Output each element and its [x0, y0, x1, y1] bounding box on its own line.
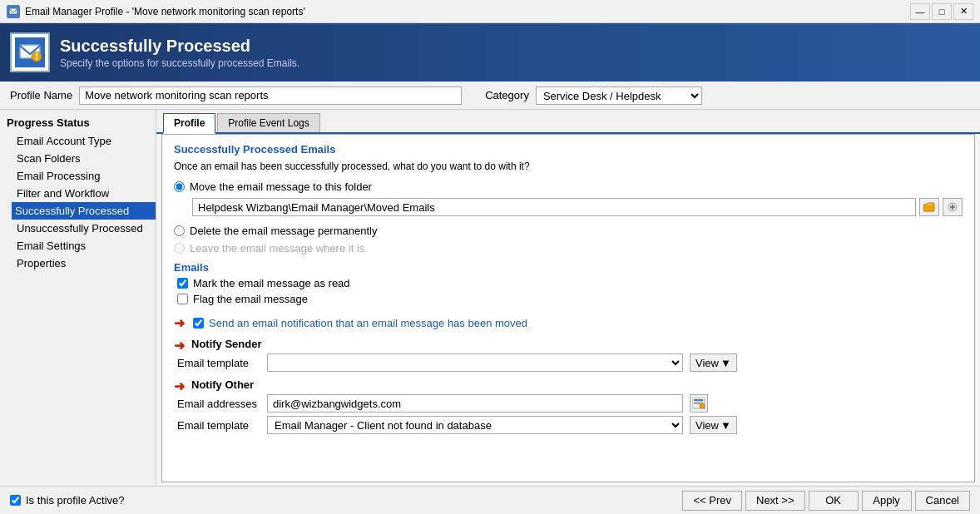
sidebar-item-unsuccessfully-processed[interactable]: Unsuccessfully Processed [0, 220, 156, 237]
svg-rect-0 [9, 8, 17, 14]
checkbox-mark-read-row: Mark the email message as read [177, 277, 963, 289]
footer-left: Is this profile Active? [10, 494, 125, 507]
radio-delete[interactable] [174, 225, 185, 236]
sidebar-label: Email Account Type [17, 135, 111, 147]
tab-profile-event-logs[interactable]: Profile Event Logs [217, 113, 319, 132]
sidebar-item-email-processing[interactable]: Email Processing [0, 167, 156, 185]
email-addresses-lookup-button[interactable] [690, 394, 708, 413]
category-select[interactable]: Service Desk / Helpdesk [536, 86, 702, 105]
prev-button[interactable]: << Prev [682, 491, 742, 511]
notify-arrow-icon: ➜ [174, 315, 185, 331]
category-label: Category [485, 89, 529, 101]
notify-other-addresses-row: Email addresses [177, 394, 963, 413]
radio-move[interactable] [174, 181, 185, 192]
folder-row [192, 198, 963, 216]
folder-path-input[interactable] [192, 198, 916, 216]
header-icon: ! [15, 37, 45, 67]
notify-other-section: ➜ Notify Other Email addresses Email tem… [174, 378, 963, 434]
notify-sender-template-select[interactable] [267, 353, 683, 372]
email-addresses-input[interactable] [267, 394, 683, 413]
checkbox-flag-label: Flag the email message [193, 293, 308, 305]
close-button[interactable]: ✕ [953, 3, 973, 20]
notify-sender-view-button[interactable]: View ▼ [690, 353, 737, 372]
footer-right: << Prev Next >> OK Apply Cancel [682, 491, 970, 511]
content-area: Profile Profile Event Logs Successfully … [156, 110, 980, 486]
folder-browse-button[interactable] [919, 198, 939, 216]
header-title: Successfully Processed [60, 37, 299, 56]
tabs-row: Profile Profile Event Logs [156, 110, 980, 134]
checkbox-send-notification-label: Send an email notification that an email… [209, 317, 527, 329]
active-profile-checkbox[interactable] [10, 495, 21, 506]
section-title-successfully-processed: Successfully Processed Emails [174, 143, 963, 156]
radio-delete-row: Delete the email message permanently [174, 225, 963, 237]
sidebar-label: Filter and Workflow [17, 187, 109, 200]
profile-name-input[interactable] [79, 86, 462, 105]
apply-button[interactable]: Apply [862, 491, 912, 511]
dropdown-arrow-icon: ▼ [720, 357, 731, 369]
email-addresses-label: Email addresses [177, 398, 260, 410]
profile-row: Profile Name Category Service Desk / Hel… [0, 82, 980, 110]
sidebar-item-email-account-type[interactable]: Email Account Type [0, 132, 156, 150]
header-icon-box: ! [10, 32, 50, 72]
checkbox-mark-read[interactable] [177, 278, 188, 289]
radio-delete-label: Delete the email message permanently [190, 225, 377, 237]
sidebar-item-successfully-processed[interactable]: Successfully Processed [12, 202, 156, 220]
sidebar-label: Scan Folders [17, 152, 81, 165]
checkbox-mark-read-label: Mark the email message as read [193, 277, 350, 289]
window-controls: — □ ✕ [910, 3, 973, 20]
radio-move-row: Move the email message to this folder [174, 180, 963, 193]
header-text: Successfully Processed Specify the optio… [60, 37, 299, 69]
folder-clear-button[interactable] [943, 198, 963, 216]
notification-row: ➜ Send an email notification that an ema… [174, 315, 963, 331]
header-subtitle: Specify the options for successfully pro… [60, 57, 299, 69]
radio-leave[interactable] [174, 243, 185, 254]
header-banner: ! Successfully Processed Specify the opt… [0, 23, 980, 82]
sidebar-item-email-settings[interactable]: Email Settings [0, 237, 156, 255]
emails-section-title: Emails [174, 261, 963, 274]
notify-sender-arrow-icon: ➜ [174, 338, 185, 353]
sidebar-item-properties[interactable]: Properties [0, 255, 156, 272]
window-title: Email Manager Profile - 'Move network mo… [25, 6, 305, 17]
notify-sender-template-row: Email template View ▼ [177, 353, 963, 372]
sidebar-label: Unsuccessfully Processed [17, 222, 143, 235]
minimize-button[interactable]: — [910, 3, 930, 20]
maximize-button[interactable]: □ [932, 3, 952, 20]
footer: Is this profile Active? << Prev Next >> … [0, 486, 980, 514]
section-description: Once an email has been successfully proc… [174, 161, 963, 172]
radio-leave-row: Leave the email message where it is [174, 242, 963, 255]
next-button[interactable]: Next >> [745, 491, 805, 511]
notify-other-arrow-icon: ➜ [174, 378, 185, 394]
sidebar-section-header: Progress Status [0, 113, 156, 132]
tab-profile[interactable]: Profile [163, 113, 215, 134]
notify-other-template-select[interactable]: Email Manager - Client not found in data… [267, 416, 683, 434]
cancel-button[interactable]: Cancel [915, 491, 970, 511]
app-icon [7, 5, 20, 18]
sidebar-label: Properties [17, 257, 66, 269]
sidebar-item-scan-folders[interactable]: Scan Folders [0, 150, 156, 167]
main-layout: Progress Status Email Account Type Scan … [0, 110, 980, 486]
checkbox-flag[interactable] [177, 294, 188, 304]
sidebar-item-filter-workflow[interactable]: Filter and Workflow [0, 185, 156, 202]
notify-sender-header: Notify Sender [191, 338, 262, 350]
sidebar-arrow-row: → Successfully Processed [0, 202, 156, 220]
sidebar-label: Email Settings [17, 240, 86, 252]
sidebar-label: Email Processing [17, 170, 100, 182]
notify-other-header: Notify Other [191, 378, 254, 391]
svg-text:!: ! [35, 50, 38, 62]
notify-other-view-button[interactable]: View ▼ [690, 416, 737, 434]
notify-other-template-row: Email template Email Manager - Client no… [177, 416, 963, 434]
ok-button[interactable]: OK [809, 491, 859, 511]
emails-section: Emails Mark the email message as read Fl… [174, 261, 963, 305]
svg-rect-9 [694, 399, 703, 401]
main-panel: Successfully Processed Emails Once an em… [161, 134, 975, 482]
notify-sender-section: ➜ Notify Sender Email template View ▼ [174, 338, 963, 372]
title-bar-left: Email Manager Profile - 'Move network mo… [7, 5, 305, 18]
sidebar-active-arrow: → [0, 205, 2, 218]
radio-leave-label: Leave the email message where it is [190, 242, 364, 255]
notify-other-template-label: Email template [177, 419, 260, 432]
checkbox-flag-row: Flag the email message [177, 293, 963, 305]
title-bar: Email Manager Profile - 'Move network mo… [0, 0, 980, 23]
sidebar: Progress Status Email Account Type Scan … [0, 110, 156, 486]
sidebar-label: Successfully Processed [15, 205, 129, 217]
checkbox-send-notification[interactable] [193, 318, 204, 329]
